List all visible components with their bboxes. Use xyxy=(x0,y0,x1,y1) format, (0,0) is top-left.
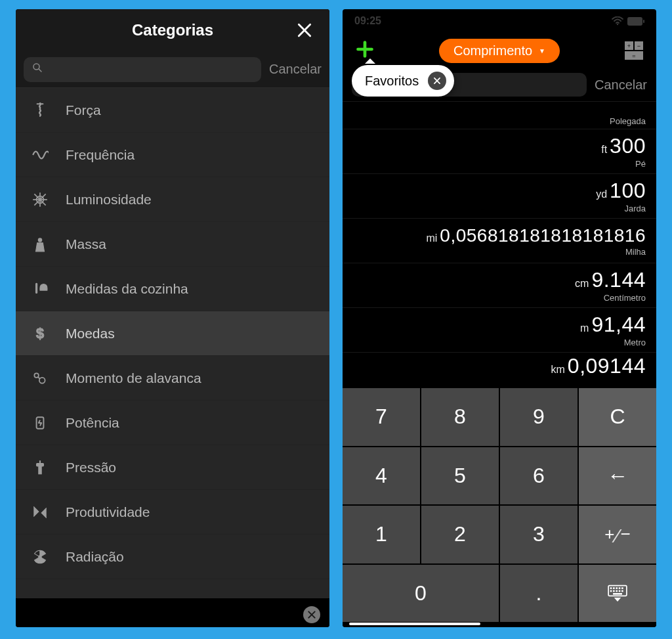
svg-rect-14 xyxy=(39,465,41,474)
svg-rect-28 xyxy=(613,590,615,592)
conversion-row-m[interactable]: m91,44Metro xyxy=(343,307,656,352)
unit-number: 9.144 xyxy=(591,268,646,292)
key-0[interactable]: 0 xyxy=(343,565,499,623)
conversion-list: Polegadaft300Péyd100Jardami0,05681818181… xyxy=(343,101,656,387)
category-item-produtividade[interactable]: Produtividade xyxy=(16,490,329,535)
category-item-pressao[interactable]: Pressão xyxy=(16,445,329,490)
top-bar: Comprimento ▼ + − = xyxy=(343,33,656,68)
conversion-value: cm9.144 xyxy=(575,268,646,292)
conversion-row-ft[interactable]: ft300Pé xyxy=(343,129,656,173)
svg-marker-33 xyxy=(614,598,621,602)
search-icon xyxy=(32,62,43,77)
produtividade-icon xyxy=(30,504,50,521)
category-item-luminosidade[interactable]: Luminosidade xyxy=(16,177,329,222)
category-item-label: Massa xyxy=(66,236,106,252)
conversion-value: ft300 xyxy=(601,134,646,158)
category-item-cozinha[interactable]: Medidas da cozinha xyxy=(16,267,329,311)
frequencia-icon xyxy=(30,146,50,164)
svg-rect-25 xyxy=(619,588,621,590)
key-9[interactable]: 9 xyxy=(500,388,578,446)
key-1[interactable]: 1 xyxy=(343,506,420,563)
category-dropdown-label: Comprimento xyxy=(453,43,532,58)
footer xyxy=(343,622,656,627)
backspace-icon: ← xyxy=(607,464,628,488)
svg-rect-19 xyxy=(627,17,642,26)
conversion-row-km[interactable]: km0,09144 xyxy=(343,352,656,384)
close-icon xyxy=(296,22,313,39)
key-decimal[interactable]: . xyxy=(500,565,578,623)
category-item-label: Força xyxy=(66,102,101,118)
category-item-momento[interactable]: Momento de alavanca xyxy=(16,356,329,401)
key-5[interactable]: 5 xyxy=(421,447,499,505)
close-icon xyxy=(432,76,442,85)
category-item-radiacao[interactable]: Radiação xyxy=(16,535,329,579)
svg-rect-8 xyxy=(36,283,37,293)
key-plusminus[interactable]: +∕− xyxy=(579,506,656,563)
key-7[interactable]: 7 xyxy=(343,388,420,446)
unit-number: 91,44 xyxy=(591,313,646,337)
svg-rect-29 xyxy=(616,590,618,592)
unit-name: Milha xyxy=(625,247,646,257)
key-keyboard[interactable] xyxy=(579,565,656,623)
search-input[interactable] xyxy=(24,57,261,82)
key-backspace[interactable]: ← xyxy=(579,447,656,505)
conversion-value: m91,44 xyxy=(580,313,646,337)
category-item-moedas[interactable]: $Moedas xyxy=(16,311,329,356)
svg-line-1 xyxy=(39,69,41,72)
category-item-forca[interactable]: Força xyxy=(16,88,329,133)
tooltip-label: Favoritos xyxy=(365,74,419,89)
category-item-frequencia[interactable]: Frequência xyxy=(16,133,329,177)
unit-name: Pé xyxy=(635,159,646,169)
category-item-label: Radiação xyxy=(66,549,124,565)
category-item-label: Momento de alavanca xyxy=(66,370,201,386)
unit-abbr: ft xyxy=(601,144,607,156)
page-title: Categorias xyxy=(132,21,213,39)
category-item-label: Produtividade xyxy=(66,504,150,520)
svg-point-0 xyxy=(33,64,39,70)
close-button[interactable] xyxy=(294,20,315,41)
tooltip-close-button[interactable] xyxy=(428,72,446,90)
key-3[interactable]: 3 xyxy=(500,506,578,563)
home-indicator xyxy=(349,623,480,625)
search-row: Favoritos Cancelar xyxy=(343,68,656,101)
chevron-down-icon: ▼ xyxy=(539,47,545,55)
conversion-row-cm[interactable]: cm9.144Centímetro xyxy=(343,263,656,307)
unit-name: Jarda xyxy=(624,204,646,213)
key-clear[interactable]: C xyxy=(579,388,656,446)
conversion-row-Polegada[interactable]: Polegada xyxy=(343,101,656,129)
category-item-massa[interactable]: Massa xyxy=(16,222,329,267)
svg-rect-22 xyxy=(610,588,612,590)
calculator-toggle-button[interactable]: + − = xyxy=(625,41,643,60)
svg-rect-9 xyxy=(40,289,47,290)
category-item-potencia[interactable]: Potência xyxy=(16,401,329,445)
close-icon xyxy=(306,609,317,620)
conversion-value: km0,09144 xyxy=(551,354,646,378)
category-dropdown[interactable]: Comprimento ▼ xyxy=(439,39,560,63)
key-4[interactable]: 4 xyxy=(343,447,420,505)
search-cancel-button[interactable]: Cancelar xyxy=(595,77,647,93)
moedas-icon: $ xyxy=(30,325,50,342)
keypad: 789C456←123+∕−0. xyxy=(343,387,656,622)
unit-name: Centímetro xyxy=(604,293,646,303)
svg-rect-23 xyxy=(613,588,615,590)
conversion-row-mi[interactable]: mi0,056818181818181816Milha xyxy=(343,218,656,263)
svg-rect-15 xyxy=(37,463,44,466)
search-cancel-button[interactable]: Cancelar xyxy=(269,62,322,77)
key-8[interactable]: 8 xyxy=(421,388,499,446)
dismiss-button[interactable] xyxy=(303,606,320,623)
momento-icon xyxy=(30,370,50,387)
wifi-icon xyxy=(612,16,623,26)
pressao-icon xyxy=(30,459,50,476)
keyboard-icon xyxy=(606,584,629,602)
conversion-value: yd100 xyxy=(596,179,646,203)
favorites-tooltip: Favoritos xyxy=(352,65,454,97)
footer xyxy=(16,598,329,627)
key-6[interactable]: 6 xyxy=(500,447,578,505)
conversion-row-yd[interactable]: yd100Jarda xyxy=(343,173,656,218)
categories-screen: Categorias Cancelar ForçaFrequênciaLumin… xyxy=(16,9,329,627)
unit-number: 300 xyxy=(610,134,646,158)
key-2[interactable]: 2 xyxy=(421,506,499,563)
potencia-icon xyxy=(30,414,50,431)
massa-icon xyxy=(30,236,50,253)
svg-rect-32 xyxy=(613,593,622,595)
